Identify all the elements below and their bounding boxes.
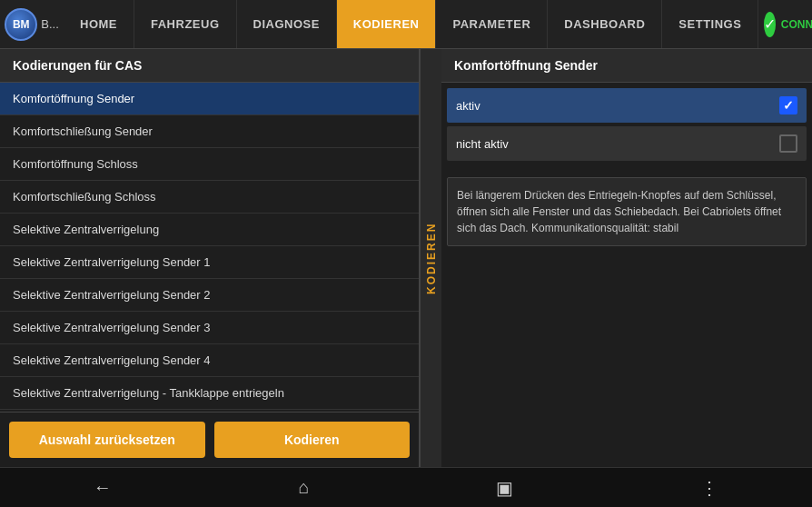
list-item[interactable]: Selektive Zentralverrigelung	[0, 214, 419, 246]
coding-list: Komfortöffnung Sender Komfortschließung …	[0, 83, 419, 412]
nav-item-fahrzeug[interactable]: FAHRZEUG	[134, 0, 237, 48]
home-button[interactable]: ⌂	[281, 470, 328, 505]
list-item[interactable]: Komfortschließung Schloss	[0, 181, 419, 214]
left-panel: Kodierungen für CAS Komfortöffnung Sende…	[0, 49, 420, 467]
side-label: KODIEREN	[420, 49, 441, 467]
description-text: Bei längerem Drücken des Entriegeln-Knop…	[447, 177, 807, 246]
main-content: Kodierungen für CAS Komfortöffnung Sende…	[0, 49, 812, 467]
list-item[interactable]: Selektive Zentralverrigelung Sender 2	[0, 279, 419, 312]
checkbox-inactive[interactable]	[779, 134, 797, 153]
option-label-active: aktiv	[456, 99, 480, 113]
option-row-active[interactable]: aktiv	[447, 88, 807, 123]
list-item[interactable]: Selektive Zentralverrigelung Sender 4	[0, 344, 419, 377]
left-panel-header: Kodierungen für CAS	[0, 49, 419, 83]
nav-item-diagnose[interactable]: DIAGNOSE	[237, 0, 337, 48]
connection-status: ✓ CONNECTED	[758, 12, 812, 37]
top-navigation: BM B... HOME FAHRZEUG DIAGNOSE KODIEREN …	[0, 0, 812, 49]
nav-item-kodieren[interactable]: KODIEREN	[337, 0, 437, 48]
nav-item-settings[interactable]: SETTINGS	[662, 0, 758, 48]
nav-item-dashboard[interactable]: DASHBOARD	[548, 0, 662, 48]
option-row-inactive[interactable]: nicht aktiv	[447, 126, 807, 161]
list-item[interactable]: Selektive Zentralverrigelung Sender 3	[0, 312, 419, 344]
more-icon: ⋮	[700, 477, 718, 499]
reset-button[interactable]: Auswahl zurücksetzen	[9, 422, 205, 458]
right-panel-header: Komfortöffnung Sender	[441, 49, 812, 83]
connected-icon: ✓	[764, 12, 776, 37]
option-label-inactive: nicht aktiv	[456, 137, 509, 151]
checkbox-active[interactable]	[779, 96, 797, 114]
list-item[interactable]: Komfortöffnung Sender	[0, 83, 419, 115]
kodieren-button[interactable]: Kodieren	[214, 422, 411, 458]
list-item[interactable]: Komfortöffnung Schloss	[0, 148, 419, 181]
options-list: aktiv nicht aktiv	[441, 83, 812, 170]
nav-item-home[interactable]: HOME	[64, 0, 134, 48]
right-panel: Komfortöffnung Sender aktiv nicht aktiv …	[441, 49, 812, 467]
list-item[interactable]: Komfortschließung Sender	[0, 115, 419, 148]
list-item[interactable]: Selektive Zentralverrigelung - Tankklapp…	[0, 377, 419, 410]
nav-menu: HOME FAHRZEUG DIAGNOSE KODIEREN PARAMETE…	[64, 0, 758, 48]
back-button[interactable]: ←	[75, 470, 130, 505]
connected-label: CONNECTED	[781, 18, 812, 31]
recent-button[interactable]: ▣	[478, 470, 531, 506]
back-icon: ←	[94, 477, 112, 498]
recent-icon: ▣	[496, 477, 513, 499]
bottom-navigation: ← ⌂ ▣ ⋮	[0, 467, 812, 507]
logo-icon: BM	[5, 8, 37, 41]
app-logo: BM B...	[0, 8, 64, 41]
panel-buttons: Auswahl zurücksetzen Kodieren	[0, 412, 419, 467]
home-icon: ⌂	[299, 477, 310, 498]
app-name: B...	[41, 17, 59, 31]
nav-item-parameter[interactable]: PARAMETER	[436, 0, 548, 48]
more-button[interactable]: ⋮	[682, 470, 737, 506]
list-item[interactable]: Selektive Zentralverrigelung Sender 1	[0, 246, 419, 279]
